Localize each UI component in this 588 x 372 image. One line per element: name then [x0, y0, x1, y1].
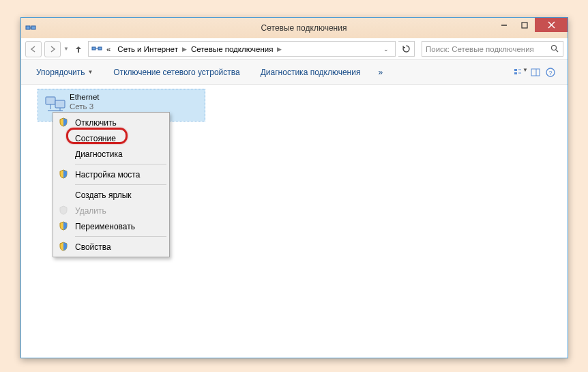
svg-text:?: ?: [548, 69, 552, 76]
shield-icon: [59, 205, 70, 216]
nav-bar: ▼ « Сеть и Интернет ▶ Сетевые подключени…: [21, 38, 568, 60]
maximize-button[interactable]: [514, 18, 535, 32]
window-title: Сетевые подключения: [40, 23, 568, 33]
menu-item-delete: Удалить: [55, 203, 168, 218]
window-controls: [494, 18, 568, 32]
menu-separator: [75, 164, 166, 164]
address-dropdown[interactable]: ⌄: [380, 46, 392, 53]
shield-icon: [59, 117, 70, 128]
shield-icon: [59, 242, 70, 253]
window-icon: [21, 23, 40, 33]
menu-item-rename[interactable]: Переименовать: [55, 218, 168, 234]
menu-item-disable[interactable]: Отключить: [55, 115, 168, 130]
chevron-down-icon: ▼: [87, 69, 93, 75]
menu-item-status[interactable]: Состояние: [55, 130, 168, 146]
refresh-button[interactable]: [398, 41, 415, 57]
menu-separator: [75, 184, 166, 185]
chevron-down-icon: ▼: [523, 67, 528, 78]
help-button[interactable]: ?: [543, 67, 558, 78]
chevron-right-icon: ▶: [182, 46, 187, 53]
search-input[interactable]: Поиск: Сетевые подключения: [422, 41, 563, 57]
menu-item-properties[interactable]: Свойства: [55, 239, 168, 255]
svg-rect-8: [98, 47, 102, 50]
svg-rect-4: [522, 23, 527, 28]
search-placeholder: Поиск: Сетевые подключения: [426, 45, 534, 53]
connection-name: Ethernet: [70, 92, 201, 102]
svg-point-10: [552, 46, 557, 51]
svg-rect-13: [514, 72, 517, 74]
svg-line-11: [556, 50, 558, 52]
shield-icon: [59, 221, 70, 232]
svg-rect-0: [26, 26, 30, 29]
disable-device-button[interactable]: Отключение сетевого устройства: [108, 65, 245, 80]
connection-network: Сеть 3: [70, 102, 201, 111]
svg-rect-16: [531, 69, 540, 76]
command-bar: Упорядочить ▼ Отключение сетевого устрой…: [21, 60, 568, 85]
diagnose-button[interactable]: Диагностика подключения: [255, 65, 366, 80]
search-icon: [550, 44, 559, 53]
menu-item-shortcut[interactable]: Создать ярлык: [55, 187, 168, 203]
menu-separator: [75, 236, 166, 237]
svg-rect-20: [46, 97, 55, 104]
explorer-window: Сетевые подключения ▼ « Сеть и Инте: [20, 17, 568, 358]
content-area[interactable]: Ethernet Сеть 3 ntroller Отключить Состо…: [21, 85, 568, 358]
view-options-button[interactable]: ▼: [513, 67, 528, 78]
breadcrumb-2[interactable]: Сетевые подключения: [188, 45, 276, 53]
menu-item-diagnostics[interactable]: Диагностика: [55, 146, 168, 162]
address-bar[interactable]: « Сеть и Интернет ▶ Сетевые подключения …: [88, 41, 396, 57]
shield-icon: [59, 169, 70, 180]
svg-rect-21: [55, 100, 65, 108]
close-button[interactable]: [535, 18, 568, 32]
history-dropdown[interactable]: ▼: [63, 46, 69, 52]
preview-pane-button[interactable]: [528, 67, 543, 78]
breadcrumb-1[interactable]: Сеть и Интернет: [115, 45, 181, 53]
organize-button[interactable]: Упорядочить ▼: [31, 65, 98, 80]
context-menu: Отключить Состояние Диагностика Настройк…: [53, 112, 170, 257]
network-icon: [91, 44, 102, 55]
titlebar[interactable]: Сетевые подключения: [21, 18, 568, 38]
more-commands-button[interactable]: »: [372, 65, 388, 80]
breadcrumb-prefix: «: [104, 45, 113, 53]
svg-rect-7: [92, 47, 95, 50]
forward-button[interactable]: [44, 41, 61, 57]
menu-item-bridge[interactable]: Настройка моста: [55, 167, 168, 182]
svg-rect-1: [31, 26, 35, 29]
minimize-button[interactable]: [494, 18, 514, 32]
chevron-right-icon: ▶: [277, 46, 282, 53]
back-button[interactable]: [25, 41, 42, 57]
up-button[interactable]: [72, 42, 85, 56]
svg-rect-12: [514, 69, 517, 71]
